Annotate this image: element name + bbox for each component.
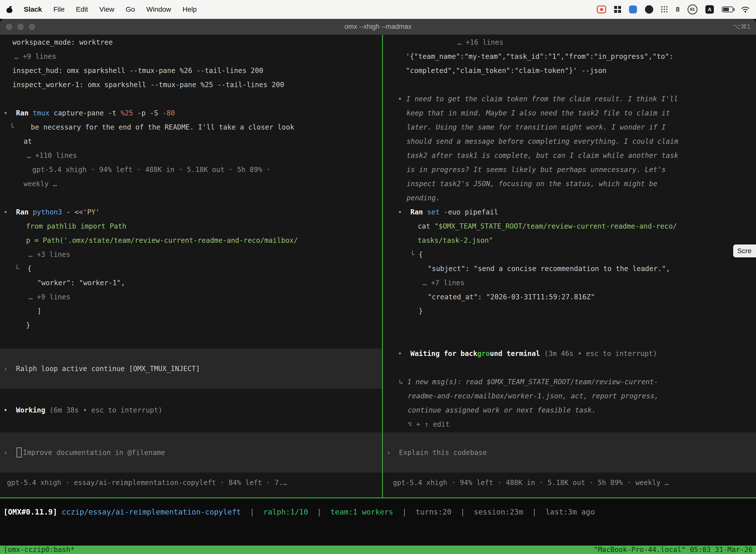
menu-edit[interactable]: Edit (76, 5, 88, 13)
text-segment: -euo pipefail (440, 208, 498, 216)
text-segment: › (3, 362, 8, 376)
terminal-line: … +7 lines (423, 276, 464, 290)
left-terminal-pane[interactable]: › Ralph loop active continue [OMX_TMUX_I… (0, 35, 382, 497)
omx-hud-status: [OMX#0.11.9] cczip/essay/ai-reimplementa… (3, 505, 595, 519)
text-segment: } (26, 321, 30, 329)
menu-window[interactable]: Window (146, 5, 171, 13)
text-segment: inspect_worker-1: omx sparkshell --tmux-… (12, 81, 284, 89)
text-segment: Working (16, 406, 45, 414)
zoom-button[interactable] (29, 23, 35, 30)
text-segment: python3 (33, 208, 62, 216)
text-segment: -p -S (133, 109, 163, 117)
screen-recording-icon[interactable] (597, 5, 606, 13)
menu-app-name[interactable]: Slack (24, 5, 42, 13)
terminal-line: • Working (6m 38s • esc to interrupt) (3, 403, 163, 417)
text-segment: gpt-5.4 xhigh · essay/ai-reimplementatio… (7, 479, 287, 487)
terminal-line: • Ran python3 - <<'PY' (3, 205, 100, 219)
battery-icon[interactable] (722, 6, 733, 12)
text-segment: '{"team_name":"my-team","task_id":"1","f… (406, 52, 674, 61)
text-segment: Ran (16, 208, 33, 216)
text-segment: gro (477, 349, 490, 358)
text-segment: weekly … (23, 180, 57, 188)
menu-file[interactable]: File (53, 5, 64, 13)
terminal-line: • I need to get the claim token from the… (398, 92, 678, 106)
text-segment: { (27, 265, 32, 273)
wifi-icon[interactable] (741, 6, 750, 13)
terminal-line: pending. (406, 191, 440, 205)
text-segment: continue assigned work or next feasible … (408, 406, 596, 414)
terminal-line: gpt-5.4 xhigh · 94% left · 488K in · 5.1… (393, 476, 669, 490)
text-segment: inspect task2's JSON, focusing on the st… (406, 180, 657, 188)
text-segment: I need to get the claim token from the c… (406, 95, 678, 103)
tmux-session-label: [omx-cczip0:bash* (3, 546, 75, 554)
menu-view[interactable]: View (100, 5, 114, 13)
input-source-icon[interactable]: A (705, 5, 714, 14)
text-segment: | (451, 508, 474, 516)
terminal-line: … +110 lines (27, 149, 77, 163)
menu-help[interactable]: Help (183, 5, 197, 13)
text-segment: └ (15, 265, 27, 273)
terminal-line: • Waiting for background terminal (3m 46… (398, 346, 657, 361)
text-segment: "$OMX_TEAM_STATE_ROOT/team/review-curren… (434, 222, 677, 230)
prompt-input[interactable]: › Improve documentation in @filename (0, 432, 382, 473)
text-segment: capture-pane -t (49, 109, 121, 117)
terminal-line: should send a message before completing … (406, 134, 678, 149)
text-segment: … +110 lines (27, 151, 77, 160)
text-segment: p = Path('.omx/state/team/review-current… (26, 236, 298, 244)
battery-percent-icon[interactable]: 61 (688, 4, 697, 14)
menu-go[interactable]: Go (126, 5, 135, 13)
terminal-app-icon[interactable] (645, 5, 653, 14)
terminal-line: "subject": "send a concise recommendatio… (428, 262, 670, 276)
prompt-suggestion[interactable]: › Explain this codebase (383, 432, 756, 473)
text-segment: ] (37, 307, 42, 315)
text-segment: readme-and-reco/mailbox/worker-1.json, a… (408, 392, 658, 400)
tiles-icon[interactable] (614, 6, 621, 13)
close-button[interactable] (6, 23, 12, 30)
text-segment: (3m 46s • esc to interrupt) (540, 349, 657, 358)
tmux-status-bar: [omx-cczip0:bash* "MacBook-Pro-44.local"… (0, 546, 756, 554)
terminal-line: } (419, 304, 423, 318)
terminal-line: task2 after task1 is complete, but can I… (406, 149, 678, 163)
window-shortcut-hint: ⌥⌘1 (733, 23, 751, 31)
badge-8-icon[interactable]: 8 (676, 5, 680, 13)
minimize-button[interactable] (17, 23, 24, 30)
text-segment: Explain this codebase (399, 446, 487, 460)
text-segment: from pathlib import Path (26, 222, 126, 230)
text-segment: session:23m (474, 508, 523, 516)
terminal-line: ] (37, 304, 42, 318)
text-segment: workspace_mode: worktree (12, 38, 113, 46)
text-segment: should send a message before completing … (406, 137, 678, 146)
terminal-line: keep that in mind. Maybe I also need the… (406, 106, 670, 120)
terminal-line: inspect_worker-1: omx sparkshell --tmux-… (12, 78, 284, 92)
terminal-line: ↳ 1 new msg(s): read $OMX_TEAM_STATE_ROO… (399, 375, 658, 389)
text-segment: | (393, 508, 416, 516)
text-segment: [OMX#0.11.9] (3, 508, 57, 516)
window-title-bar[interactable]: omx --xhigh --madmax ⌥⌘1 (0, 19, 756, 35)
text-segment: turns:20 (416, 508, 452, 516)
text-segment: | (241, 508, 263, 516)
blue-app-icon[interactable] (629, 5, 637, 13)
right-terminal-pane[interactable]: › Explain this codebase… +16 lines'{"tea… (383, 35, 756, 497)
text-segment: -80 (163, 109, 175, 117)
terminal-line: ⌥ + ↑ edit (408, 417, 450, 431)
text-segment: { (419, 251, 423, 259)
text-segment: › (3, 446, 16, 460)
apple-menu-icon[interactable] (6, 6, 12, 13)
window-title: omx --xhigh --madmax (344, 23, 412, 31)
text-segment: Ran (16, 109, 33, 117)
text-segment: keep that in mind. Maybe I also need the… (406, 109, 670, 117)
app-grid-icon[interactable] (661, 6, 668, 13)
text-segment: tasks/task-2.json" (418, 236, 493, 244)
text-segment: tmux (33, 109, 49, 117)
text-segment: } (419, 307, 423, 315)
text-segment: set (427, 208, 440, 216)
text-segment: Ralph loop active continue [OMX_TMUX_INJ… (8, 362, 200, 376)
text-segment: • (3, 406, 16, 414)
terminal-line: at (23, 134, 32, 149)
text-segment: Ran (411, 208, 427, 216)
terminal-line: } (26, 318, 30, 332)
terminal-window: omx --xhigh --madmax ⌥⌘1 › Ralph loop ac… (0, 19, 756, 554)
terminal-line: from pathlib import Path (26, 219, 126, 233)
terminal-line: tasks/task-2.json" (418, 233, 493, 247)
text-segment: - << (62, 208, 83, 216)
